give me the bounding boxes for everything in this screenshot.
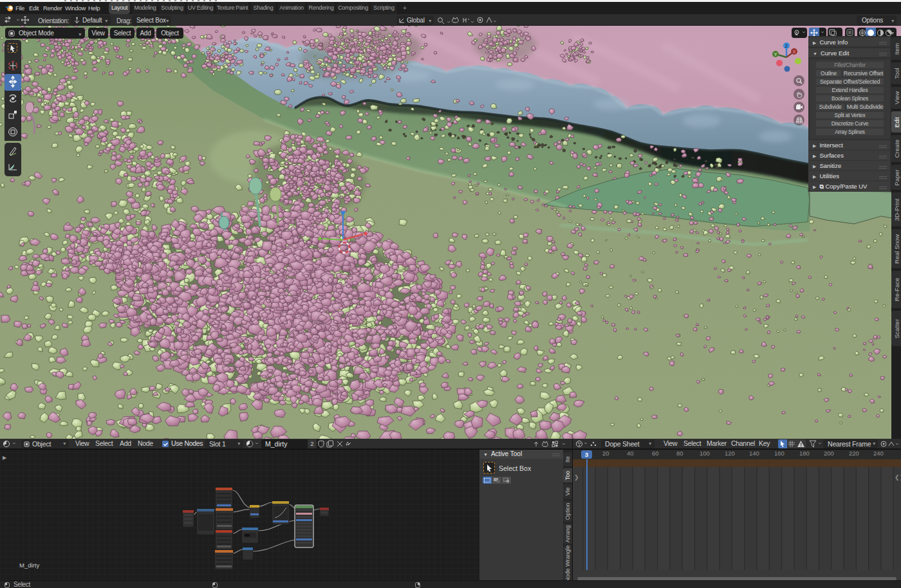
svg-text:X: X	[793, 50, 796, 54]
svg-text:Z: Z	[785, 44, 788, 48]
svg-text:Y: Y	[774, 52, 777, 57]
